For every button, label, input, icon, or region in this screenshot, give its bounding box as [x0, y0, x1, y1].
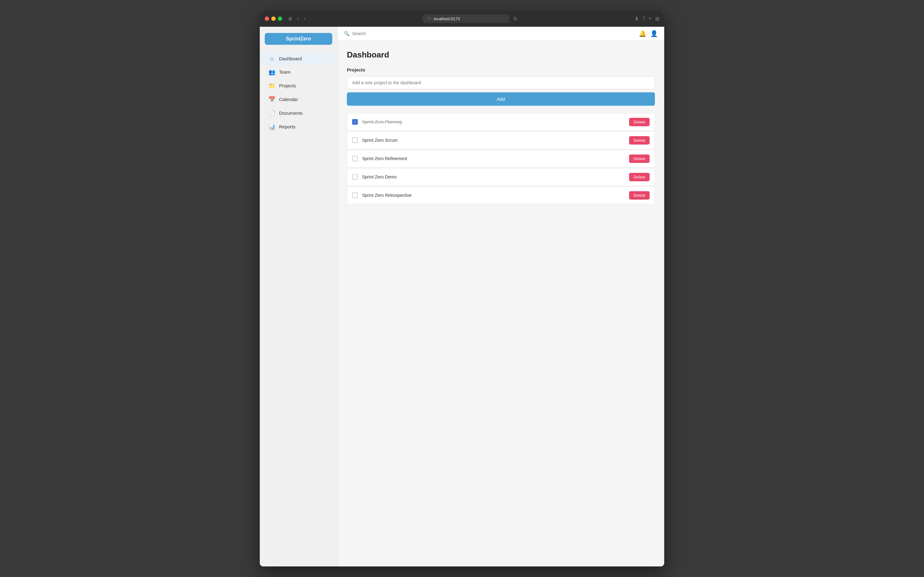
sidebar-item-label-projects: Projects [279, 83, 296, 88]
sidebar-item-projects[interactable]: 📁Projects [262, 79, 335, 92]
sidebar-item-documents[interactable]: 📄Documents [262, 106, 335, 120]
list-item: Sprint Zero DemoDelete [347, 168, 655, 186]
url-display: localhost:5173 [434, 16, 460, 21]
delete-project-3-button[interactable]: Delete [629, 155, 649, 163]
projects-section: Projects Add ✓Sprint Zero PlanningDelete… [347, 67, 655, 204]
sidebar-item-label-documents: Documents [279, 110, 303, 116]
reload-button[interactable]: ↻ [512, 15, 519, 23]
sidebar-item-label-dashboard: Dashboard [279, 56, 302, 61]
new-tab-button[interactable]: + [649, 16, 651, 21]
project-name-4: Sprint Zero Demo [362, 174, 625, 179]
browser-actions: ⬇ ⤴ + ⊞ [635, 16, 659, 22]
project-checkbox-4[interactable] [352, 174, 358, 180]
browser-forward-button[interactable]: › [302, 15, 307, 22]
page-title: Dashboard [347, 50, 655, 60]
project-name-1: Sprint Zero Planning [362, 119, 625, 124]
sidebar-item-label-team: Team [279, 69, 291, 75]
sidebar: SprintZero ⌂Dashboard👥Team📁Projects📅Cale… [260, 27, 338, 566]
delete-project-2-button[interactable]: Delete [629, 136, 649, 145]
list-item: Sprint Zero ScrumDelete [347, 132, 655, 149]
project-checkbox-2[interactable] [352, 137, 358, 143]
reports-icon: 📊 [268, 123, 275, 130]
address-bar-container: 🛡 localhost:5173 ↻ [310, 15, 631, 23]
project-checkbox-5[interactable] [352, 192, 358, 198]
team-icon: 👥 [268, 69, 275, 76]
close-button[interactable] [265, 16, 269, 21]
nav-items-container: ⌂Dashboard👥Team📁Projects📅Calendar📄Docume… [260, 52, 337, 133]
extensions-button[interactable]: ⊞ [655, 16, 659, 22]
calendar-icon: 📅 [268, 96, 275, 103]
project-name-2: Sprint Zero Scrum [362, 138, 625, 143]
sidebar-item-label-calendar: Calendar [279, 97, 298, 102]
search-icon: 🔍 [344, 31, 350, 36]
list-item: ✓Sprint Zero PlanningDelete [347, 113, 655, 131]
project-name-3: Sprint Zero Refinement [362, 156, 625, 161]
sidebar-item-reports[interactable]: 📊Reports [262, 120, 335, 133]
project-name-5: Sprint Zero Retrospective [362, 193, 625, 198]
shield-icon: 🛡 [428, 16, 431, 21]
traffic-lights [265, 16, 282, 21]
profile-button[interactable]: 👤 [650, 30, 658, 37]
header-icons: 🔔 👤 [639, 30, 658, 37]
browser-back-button[interactable]: ‹ [296, 15, 300, 22]
address-bar[interactable]: 🛡 localhost:5173 [423, 15, 510, 23]
sidebar-item-team[interactable]: 👥Team [262, 66, 335, 79]
sidebar-toggle-button[interactable]: ⊞ [287, 16, 293, 22]
documents-icon: 📄 [268, 110, 275, 116]
maximize-button[interactable] [278, 16, 282, 21]
sidebar-item-label-reports: Reports [279, 124, 296, 129]
search-input[interactable] [352, 31, 635, 36]
delete-project-5-button[interactable]: Delete [629, 191, 649, 200]
sidebar-item-calendar[interactable]: 📅Calendar [262, 93, 335, 106]
brand-button[interactable]: SprintZero [265, 33, 332, 45]
browser-controls: ⊞ ‹ › [287, 15, 307, 22]
list-item: Sprint Zero RetrospectiveDelete [347, 187, 655, 204]
project-checkbox-1[interactable]: ✓ [352, 119, 358, 125]
list-item: Sprint Zero RefinementDelete [347, 150, 655, 168]
sidebar-item-dashboard[interactable]: ⌂Dashboard [262, 52, 335, 65]
delete-project-1-button[interactable]: Delete [629, 118, 649, 126]
search-container: 🔍 [344, 31, 635, 36]
add-project-button[interactable]: Add [347, 92, 655, 106]
browser-toolbar: ⊞ ‹ › 🛡 localhost:5173 ↻ ⬇ ⤴ + ⊞ [260, 11, 664, 27]
project-list: ✓Sprint Zero PlanningDeleteSprint Zero S… [347, 113, 655, 204]
notifications-button[interactable]: 🔔 [639, 30, 646, 37]
share-button[interactable]: ⤴ [643, 16, 645, 21]
main-content: 🔍 🔔 👤 Dashboard Projects Add ✓S [338, 27, 664, 566]
delete-project-4-button[interactable]: Delete [629, 173, 649, 181]
projects-label: Projects [347, 67, 655, 73]
projects-icon: 📁 [268, 82, 275, 89]
download-button[interactable]: ⬇ [635, 16, 639, 22]
browser-window: ⊞ ‹ › 🛡 localhost:5173 ↻ ⬇ ⤴ + ⊞ SprintZ… [260, 11, 664, 566]
project-checkbox-3[interactable] [352, 156, 358, 161]
dashboard-content: Dashboard Projects Add ✓Sprint Zero Plan… [338, 41, 664, 566]
new-project-input[interactable] [347, 76, 655, 89]
dashboard-icon: ⌂ [268, 55, 275, 62]
minimize-button[interactable] [271, 16, 276, 21]
header-bar: 🔍 🔔 👤 [338, 27, 664, 41]
app-container: SprintZero ⌂Dashboard👥Team📁Projects📅Cale… [260, 27, 664, 566]
